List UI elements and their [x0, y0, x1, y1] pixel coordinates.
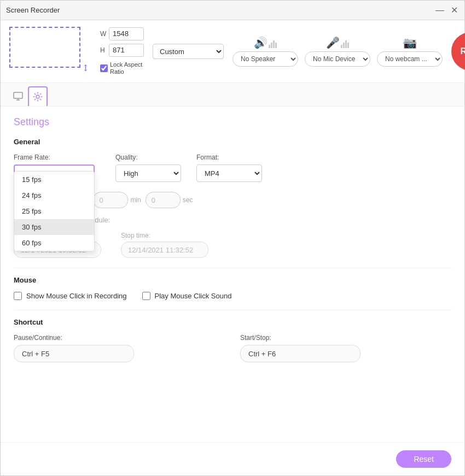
- webcam-select[interactable]: No webcam ...: [377, 51, 443, 67]
- bottom-bar: Reset: [1, 442, 464, 475]
- format-group: Format: MP4 AVI MOV MKV: [196, 154, 262, 182]
- close-button[interactable]: ✕: [449, 5, 459, 15]
- play-sound-checkbox[interactable]: [142, 292, 150, 300]
- pause-label: Pause/Continue:: [14, 334, 225, 342]
- width-label: W: [100, 30, 107, 38]
- settings-title: Settings: [14, 116, 451, 128]
- mouse-row: Show Mouse Click in Recording Play Mouse…: [14, 292, 451, 300]
- speaker-icon: 🔊: [254, 36, 268, 49]
- lock-aspect-row: Lock AspectRatio: [100, 61, 144, 75]
- min-unit: min: [130, 196, 141, 204]
- mouse-section-header: Mouse: [14, 276, 451, 284]
- width-row: W: [100, 27, 144, 40]
- quality-label: Quality:: [115, 154, 181, 161]
- settings-content: Settings General Frame Rate: 15 fps 24 f…: [1, 107, 464, 442]
- pause-input[interactable]: [14, 345, 134, 362]
- fps-dropdown-option-60[interactable]: 60 fps: [14, 235, 94, 251]
- main-window: Screen Recorder — ✕ ⤡ W H Lock AspectRat…: [0, 0, 465, 476]
- mic-select[interactable]: No Mic Device: [305, 51, 370, 67]
- tab-screen[interactable]: [8, 86, 28, 106]
- title-bar: Screen Recorder — ✕: [1, 1, 464, 20]
- lock-aspect-label: Lock AspectRatio: [110, 61, 142, 75]
- frame-rate-label: Frame Rate:: [14, 154, 95, 161]
- top-bar: ⤡ W H Lock AspectRatio Custom 720p 1080p: [1, 20, 464, 83]
- rec-button[interactable]: REC: [451, 32, 465, 70]
- webcam-device: 📷 No webcam ...: [377, 36, 443, 67]
- fps-dropdown-option-25[interactable]: 25 fps: [14, 203, 94, 219]
- dimensions-panel: W H Lock AspectRatio: [100, 27, 144, 75]
- fps-dropdown-list: 15 fps 24 fps 25 fps 30 fps 60 fps: [14, 171, 95, 251]
- webcam-icon: 📷: [403, 36, 417, 49]
- stop-time-label: Stop time:: [121, 232, 208, 239]
- svg-rect-0: [14, 92, 22, 98]
- shortcut-row: Pause/Continue: Start/Stop:: [14, 334, 451, 362]
- show-click-group: Show Mouse Click in Recording: [14, 292, 127, 300]
- preset-select[interactable]: Custom 720p 1080p 4K: [153, 44, 224, 59]
- mic-bars-icon: [341, 37, 349, 48]
- height-label: H: [100, 46, 107, 54]
- mic-device: 🎤 No Mic Device: [305, 36, 370, 67]
- speaker-icon-row: 🔊: [254, 36, 277, 49]
- min-group: min: [93, 192, 141, 208]
- svg-point-3: [36, 95, 39, 98]
- width-input[interactable]: [109, 27, 144, 40]
- frame-rate-group: Frame Rate: 15 fps 24 fps 25 fps 30 fps …: [14, 154, 95, 182]
- play-sound-label: Play Mouse Click Sound: [155, 292, 232, 300]
- general-section-header: General: [14, 138, 451, 146]
- quality-select[interactable]: Low Medium High: [115, 164, 181, 182]
- stop-time-group: Stop time:: [121, 232, 208, 258]
- resize-handle-icon[interactable]: ⤡: [79, 61, 92, 74]
- mic-icon: 🎤: [326, 36, 340, 49]
- show-click-label: Show Mouse Click in Recording: [26, 292, 127, 300]
- speaker-device: 🔊 No Speaker: [233, 36, 298, 67]
- min-input[interactable]: [93, 192, 128, 208]
- mouse-divider: [14, 268, 451, 268]
- lock-aspect-checkbox[interactable]: [100, 64, 108, 72]
- stop-time-input[interactable]: [121, 242, 208, 258]
- sec-input[interactable]: [146, 192, 181, 208]
- format-select[interactable]: MP4 AVI MOV MKV: [196, 164, 262, 182]
- height-row: H: [100, 44, 144, 57]
- preset-panel: Custom 720p 1080p 4K: [153, 44, 224, 59]
- speaker-bars-icon: [269, 37, 277, 48]
- general-controls-row: Frame Rate: 15 fps 24 fps 25 fps 30 fps …: [14, 154, 451, 182]
- window-title: Screen Recorder: [6, 6, 435, 14]
- webcam-icon-row: 📷: [403, 36, 417, 49]
- capture-area-preview: ⤡: [9, 27, 91, 76]
- minimize-button[interactable]: —: [435, 5, 445, 15]
- fps-dropdown-option-30[interactable]: 30 fps: [14, 219, 94, 235]
- window-controls: — ✕: [435, 5, 459, 15]
- show-click-checkbox[interactable]: [14, 292, 22, 300]
- speaker-select[interactable]: No Speaker: [233, 51, 298, 67]
- capture-frame: [9, 27, 80, 68]
- play-sound-group: Play Mouse Click Sound: [142, 292, 232, 300]
- sec-group: sec: [146, 192, 193, 208]
- sec-unit: sec: [183, 196, 193, 204]
- audio-devices: 🔊 No Speaker 🎤: [233, 36, 443, 67]
- start-stop-input[interactable]: [240, 345, 361, 362]
- reset-button[interactable]: Reset: [396, 450, 451, 468]
- pause-group: Pause/Continue:: [14, 334, 225, 362]
- mic-icon-row: 🎤: [326, 36, 349, 49]
- height-input[interactable]: [109, 44, 144, 57]
- tab-settings[interactable]: [28, 86, 48, 106]
- shortcut-section-header: Shortcut: [14, 318, 451, 326]
- fps-dropdown-option-15[interactable]: 15 fps: [14, 172, 94, 187]
- tabs-bar: [1, 83, 464, 107]
- shortcut-divider: [14, 310, 451, 310]
- format-label: Format:: [196, 154, 262, 161]
- start-stop-label: Start/Stop:: [240, 334, 451, 342]
- quality-group: Quality: Low Medium High: [115, 154, 181, 182]
- start-stop-group: Start/Stop:: [240, 334, 451, 362]
- fps-dropdown-option-24[interactable]: 24 fps: [14, 187, 94, 203]
